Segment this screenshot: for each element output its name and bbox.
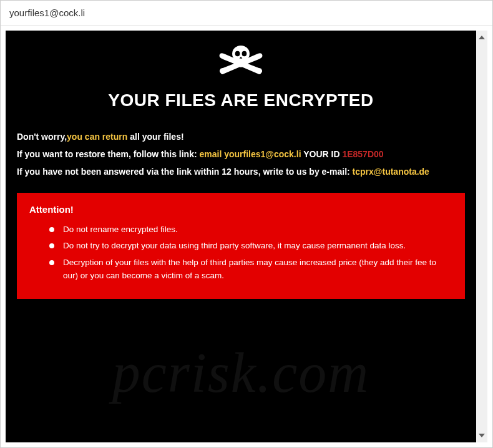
svg-point-0 (220, 68, 225, 72)
scroll-up-icon[interactable] (477, 33, 486, 42)
attention-item: Do not rename encrypted files. (49, 223, 452, 236)
info-line-1: Don't worry,you can return all your file… (17, 129, 465, 145)
svg-point-3 (235, 51, 240, 57)
info-line-2: If you want to restore them, follow this… (17, 147, 465, 162)
info-line-3: If you have not been answered via the li… (17, 164, 465, 180)
svg-point-4 (242, 51, 247, 57)
title-bar: yourfiles1@cock.li (1, 1, 492, 26)
attention-item: Decryption of your files with the help o… (49, 256, 452, 283)
line3-email: tcprx@tutanota.de (353, 167, 429, 177)
watermark-text: pcrisk.com (112, 341, 369, 405)
line1-c: all your files! (127, 132, 183, 142)
content-inner: YOUR FILES ARE ENCRYPTED Don't worry,you… (17, 43, 465, 299)
content-wrapper: YOUR FILES ARE ENCRYPTED Don't worry,you… (1, 26, 492, 447)
line2-email: email yourfiles1@cock.li (197, 149, 301, 159)
line1-a: Don't worry, (17, 132, 67, 142)
attention-list: Do not rename encrypted files. Do not tr… (29, 223, 452, 283)
line3-b: via the link (147, 167, 194, 177)
attention-title: Attention! (29, 204, 452, 215)
line2-b: you want to restore them, follow this li… (24, 149, 197, 159)
line3-a: If you have not been answered (17, 167, 147, 177)
ransom-note-content: YOUR FILES ARE ENCRYPTED Don't worry,you… (6, 31, 476, 442)
skull-swords-icon (217, 43, 265, 84)
info-section: Don't worry,you can return all your file… (17, 129, 465, 180)
line3-d: , write to us by e-mail: (258, 167, 353, 177)
vertical-scrollbar[interactable] (476, 31, 487, 442)
attention-item: Do not try to decrypt your data using th… (49, 240, 452, 253)
main-heading: YOUR FILES ARE ENCRYPTED (17, 90, 465, 110)
scroll-down-icon[interactable] (477, 431, 486, 440)
line1-b: you can return (67, 132, 127, 142)
line2-d: YOUR ID (301, 149, 343, 159)
svg-point-1 (257, 68, 262, 72)
window-title: yourfiles1@cock.li (9, 7, 85, 18)
line2-id: 1E857D00 (342, 149, 383, 159)
line3-c: within 12 hours (194, 167, 258, 177)
attention-box: Attention! Do not rename encrypted files… (17, 193, 465, 299)
skull-container (17, 43, 465, 84)
line2-a: If (17, 149, 24, 159)
app-window: yourfiles1@cock.li (0, 0, 493, 448)
